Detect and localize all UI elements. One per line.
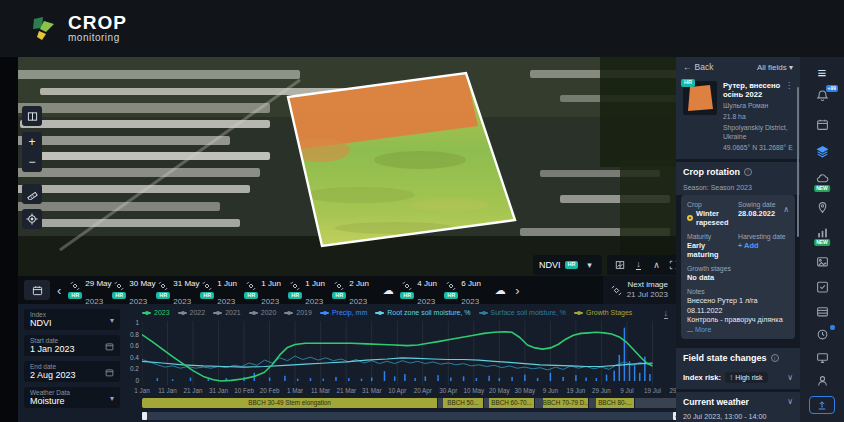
info-icon: ! bbox=[744, 168, 752, 176]
monitor-icon bbox=[816, 351, 829, 364]
legend-item[interactable]: Root zone soil moisture, % bbox=[375, 309, 470, 316]
timeline-image-item[interactable]: HR29 May2023 bbox=[68, 272, 112, 308]
precip-bar bbox=[284, 376, 286, 381]
legend-item[interactable]: 2020 bbox=[249, 309, 277, 316]
index-dropdown[interactable]: Index NDVI ▾ bbox=[24, 309, 120, 330]
timeline-image-item[interactable]: HR31 May2023 bbox=[156, 272, 200, 308]
timeline-calendar-button[interactable] bbox=[24, 280, 50, 300]
all-fields-dropdown[interactable]: All fields ▾ bbox=[757, 63, 793, 72]
growth-stages-bar: BBCH 30-49 Stem elongationBBCH 50...BBCH… bbox=[142, 398, 678, 408]
crop-rotation-card[interactable]: ∧ Crop Winter rapeseed Sowing date 28.08… bbox=[681, 195, 795, 339]
precip-bar bbox=[649, 374, 651, 381]
precip-bar bbox=[414, 378, 416, 381]
hr-badge: HR bbox=[68, 292, 82, 300]
notifications-button[interactable]: +99 bbox=[810, 86, 834, 105]
cloudy-day-icon: ☁ bbox=[488, 284, 508, 297]
timeline-image-item[interactable]: HR6 Jun2023 bbox=[444, 272, 488, 308]
y-tick-label: 0.4 bbox=[130, 354, 139, 361]
compare-view-button[interactable] bbox=[613, 260, 627, 270]
sowing-date-label: Sowing date bbox=[738, 200, 789, 209]
layers-button[interactable] bbox=[810, 142, 834, 161]
timeline-image-item[interactable]: HR1 Jun2023 bbox=[200, 272, 244, 308]
field-menu-button[interactable]: ⋮ bbox=[785, 81, 793, 99]
legend-item[interactable]: 2022 bbox=[178, 309, 206, 316]
chevron-up-icon[interactable]: ∧ bbox=[783, 205, 789, 214]
timeline-image-item[interactable]: HR1 Jun2023 bbox=[288, 272, 332, 308]
scouting-button[interactable] bbox=[810, 198, 834, 217]
timeline-image-item[interactable]: HR4 Jun2023 bbox=[400, 272, 444, 308]
chart-download-button[interactable]: ↓ bbox=[664, 309, 669, 319]
start-date-picker[interactable]: Start date 1 Jan 2023 bbox=[24, 335, 120, 356]
locate-button[interactable] bbox=[22, 209, 42, 229]
weather-data-dropdown[interactable]: Weather Data Moisture ▾ bbox=[24, 387, 120, 408]
app-logo[interactable]: CROP monitoring bbox=[30, 14, 127, 43]
timeline-prev-button[interactable]: ‹ bbox=[50, 283, 68, 298]
x-tick-label: 11 Mar bbox=[311, 387, 330, 394]
field-card[interactable]: HR Рутер, внесено осінь 2022 ⋮ Шульга Ро… bbox=[676, 77, 800, 159]
notifications-count-badge: +99 bbox=[826, 85, 838, 92]
back-button[interactable]: ←Back bbox=[683, 62, 713, 72]
field-data-button[interactable] bbox=[810, 302, 834, 321]
chart-plot[interactable] bbox=[142, 321, 678, 385]
legend-item[interactable]: 2023 bbox=[142, 309, 170, 316]
logo-title: CROP bbox=[68, 14, 127, 32]
support-button[interactable] bbox=[810, 371, 834, 390]
imagery-button[interactable] bbox=[810, 252, 834, 271]
chart-range-slider[interactable] bbox=[142, 412, 678, 420]
upload-icon bbox=[816, 399, 828, 411]
timeline-next-button[interactable]: › bbox=[508, 283, 526, 298]
legend-marker bbox=[284, 312, 293, 314]
split-view-button[interactable] bbox=[22, 106, 42, 126]
next-image-block[interactable]: Next image 21 Jul 2023 bbox=[603, 276, 676, 304]
harvesting-date-add-link[interactable]: + Add bbox=[738, 241, 789, 250]
precip-bar bbox=[157, 378, 159, 381]
sidebar-scrollbar[interactable] bbox=[797, 87, 799, 237]
end-date-picker[interactable]: End date 2 Aug 2023 bbox=[24, 361, 120, 382]
zoom-in-button[interactable]: + bbox=[22, 132, 42, 152]
index-risk-row[interactable]: Index risk: ! High risk ∨ bbox=[676, 368, 800, 389]
satellite-icon bbox=[290, 281, 300, 291]
collapse-panel-button[interactable]: ∧ bbox=[649, 260, 663, 270]
timeline-image-item[interactable]: HR1 Jun2023 bbox=[244, 272, 288, 308]
notes-more-link[interactable]: More bbox=[695, 325, 711, 334]
legend-marker bbox=[574, 312, 583, 314]
statistics-button[interactable]: NEW bbox=[810, 223, 834, 242]
zoom-out-button[interactable]: − bbox=[22, 152, 42, 172]
legend-item[interactable]: 2019 bbox=[284, 309, 312, 316]
range-slider-fill bbox=[147, 412, 673, 420]
timeline-image-item[interactable]: HR30 May2023 bbox=[112, 272, 156, 308]
legend-item[interactable]: Growth Stages bbox=[574, 309, 632, 316]
legend-item[interactable]: Precip, mm bbox=[320, 309, 367, 316]
timeline-image-item[interactable]: HR2 Jun2023 bbox=[332, 272, 376, 308]
current-weather-header[interactable]: Current weather ∨ bbox=[683, 397, 793, 407]
history-dot-badge bbox=[830, 325, 835, 330]
chart-controls: Index NDVI ▾ Start date 1 Jan 2023 End d… bbox=[24, 309, 120, 422]
cloud-icon bbox=[816, 172, 829, 185]
download-image-button[interactable]: ↓ bbox=[631, 260, 645, 270]
legend-item[interactable]: Surface soil moisture, % bbox=[479, 309, 566, 316]
index-select[interactable]: NDVI HR ▾ bbox=[533, 255, 602, 275]
x-axis-labels: 1 Jan11 Jan21 Jan31 Jan10 Feb20 Feb1 Mar… bbox=[142, 387, 678, 396]
calendar-icon bbox=[32, 285, 43, 296]
current-weather-section: Current weather ∨ 20 Jul 2023, 13:00 - 1… bbox=[676, 392, 800, 422]
x-tick-label: 10 May bbox=[463, 387, 484, 394]
tasks-button[interactable] bbox=[810, 277, 834, 296]
weather-button[interactable]: NEW bbox=[810, 169, 834, 188]
crop-rotation-header[interactable]: Crop rotation ! bbox=[676, 162, 800, 182]
cloudy-day-icon: ☁ bbox=[376, 284, 400, 297]
field-state-header[interactable]: Field state changes i bbox=[676, 348, 800, 368]
legend-label: 2021 bbox=[225, 309, 241, 316]
tutorials-button[interactable] bbox=[810, 348, 834, 367]
start-date-label: Start date bbox=[30, 337, 114, 344]
history-button[interactable] bbox=[810, 325, 834, 344]
satellite-icon bbox=[70, 281, 80, 291]
upload-field-button[interactable] bbox=[809, 396, 835, 414]
growth-stage-segment: BBCH 70-79 D... bbox=[543, 398, 589, 408]
measure-button[interactable] bbox=[22, 184, 42, 204]
range-slider-left-handle[interactable] bbox=[142, 412, 147, 420]
legend-item[interactable]: 2021 bbox=[213, 309, 241, 316]
season-calendar-button[interactable] bbox=[810, 115, 834, 134]
x-tick-label: 31 Mar bbox=[362, 387, 382, 394]
main-menu-button[interactable]: ≡ bbox=[810, 63, 834, 82]
legend-label: Root zone soil moisture, % bbox=[387, 309, 470, 316]
